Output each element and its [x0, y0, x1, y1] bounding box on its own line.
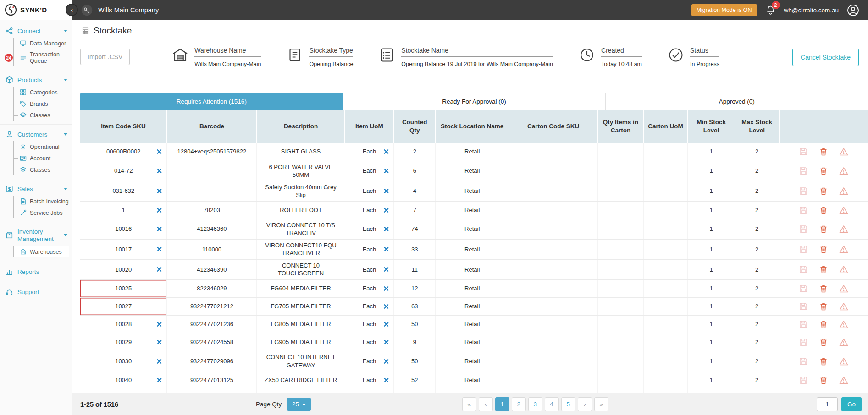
sidebar-item-classes[interactable]: Classes: [14, 164, 72, 175]
pagination-page-2[interactable]: 2: [512, 397, 526, 411]
clear-item-icon[interactable]: [157, 149, 162, 154]
clear-item-icon[interactable]: [157, 227, 162, 232]
actions-cell: [779, 239, 868, 259]
save-row-button[interactable]: [799, 376, 808, 385]
clear-item-icon[interactable]: [157, 339, 162, 344]
save-row-button[interactable]: [799, 166, 808, 175]
save-row-button[interactable]: [799, 224, 808, 234]
pagination-page-4[interactable]: 4: [545, 397, 559, 411]
save-row-button[interactable]: [799, 320, 808, 329]
clear-uom-icon[interactable]: [384, 339, 389, 344]
table-row: 100409322477013125ZX50 CARTRIDGE FILTERE…: [80, 371, 868, 389]
delete-row-button[interactable]: [819, 338, 828, 347]
delete-row-button[interactable]: [819, 265, 828, 274]
page-qty-select[interactable]: 25: [287, 398, 310, 411]
save-row-button[interactable]: [799, 245, 808, 254]
pagination-page-5[interactable]: 5: [561, 397, 575, 411]
save-row-button[interactable]: [799, 186, 808, 196]
sidebar-item-warehouses[interactable]: Warehouses: [14, 246, 69, 257]
delete-row-button[interactable]: [819, 376, 828, 385]
go-button[interactable]: Go: [841, 397, 862, 411]
save-row-button[interactable]: [799, 357, 808, 366]
tab-approved[interactable]: Approved (0): [605, 93, 868, 110]
page-number-input[interactable]: [817, 397, 838, 411]
pagination-next-button[interactable]: ›: [578, 397, 592, 411]
clear-uom-icon[interactable]: [384, 304, 389, 309]
sidebar-item-classes[interactable]: Classes: [14, 109, 72, 121]
delete-row-button[interactable]: [819, 302, 828, 311]
sidebar-item-sales[interactable]: Sales: [0, 182, 72, 196]
delete-row-button[interactable]: [819, 224, 828, 234]
clear-uom-icon[interactable]: [384, 149, 389, 154]
user-avatar-icon[interactable]: [846, 4, 860, 17]
sidebar-item-data-manager[interactable]: Data Manager: [14, 38, 72, 49]
sidebar-item-inventory-management[interactable]: Inventory Management: [0, 225, 72, 245]
delete-row-button[interactable]: [819, 284, 828, 293]
delete-row-button[interactable]: [819, 147, 828, 156]
sidebar-item-categories[interactable]: Categories: [14, 87, 72, 98]
notifications-button[interactable]: 2: [765, 5, 776, 16]
clear-item-icon[interactable]: [157, 247, 162, 252]
sidebar-item-transaction-queue[interactable]: 24Transaction Queue: [14, 49, 72, 66]
row-warning-icon: [839, 206, 848, 215]
sidebar-item-brands[interactable]: Brands: [14, 98, 72, 109]
clear-uom-icon[interactable]: [384, 208, 389, 213]
column-header-actions: [779, 110, 868, 143]
clear-uom-icon[interactable]: [384, 227, 389, 232]
tab-requires-attention[interactable]: Requires Attention (1516): [80, 93, 343, 110]
delete-row-button[interactable]: [819, 206, 828, 215]
stocktake-table: Item Code SKUBarcodeDescriptionItem UoMC…: [80, 110, 868, 393]
sidebar-item-operational[interactable]: Operational: [14, 141, 72, 153]
stocktake-name-field: Stocktake Name Opening Balance 19 Jul 20…: [379, 47, 553, 68]
sidebar-item-customers[interactable]: Customers: [0, 128, 72, 141]
clear-uom-icon[interactable]: [384, 359, 389, 364]
import-csv-button[interactable]: Import .CSV: [80, 49, 130, 65]
save-row-button[interactable]: [799, 147, 808, 156]
delete-row-button[interactable]: [819, 320, 828, 329]
clear-uom-icon[interactable]: [384, 169, 389, 174]
clear-uom-icon[interactable]: [384, 267, 389, 272]
stock-location-cell: Retail: [436, 297, 509, 315]
clear-item-icon[interactable]: [157, 359, 162, 364]
sidebar-item-support[interactable]: Support: [0, 285, 72, 299]
save-row-button[interactable]: [799, 284, 808, 293]
tab-ready-for-approval[interactable]: Ready For Approval (0): [343, 93, 606, 110]
pagination-first-button[interactable]: «: [462, 397, 476, 411]
delete-row-button[interactable]: [819, 166, 828, 175]
sidebar-item-batch-invoicing[interactable]: Batch Invoicing: [14, 196, 72, 207]
sidebar-item-service-jobs[interactable]: Service Jobs: [14, 207, 72, 218]
sidebar-item-reports[interactable]: Reports: [0, 265, 72, 278]
save-row-button[interactable]: [799, 206, 808, 215]
clear-item-icon[interactable]: [157, 169, 162, 174]
clear-item-icon[interactable]: [157, 267, 162, 272]
item-code-cell: 10041: [80, 389, 167, 393]
pagination-page-1[interactable]: 1: [495, 397, 509, 411]
pagination-page-3[interactable]: 3: [528, 397, 542, 411]
sidebar-item-account[interactable]: Account: [14, 153, 72, 164]
clear-item-icon[interactable]: [157, 208, 162, 213]
clear-uom-icon[interactable]: [384, 247, 389, 252]
carton-uom-cell: [643, 297, 687, 315]
save-row-button[interactable]: [799, 338, 808, 347]
clear-uom-icon[interactable]: [384, 189, 389, 194]
chevron-down-icon: [64, 79, 67, 81]
clear-item-icon[interactable]: [157, 189, 162, 194]
save-row-button[interactable]: [799, 265, 808, 274]
delete-row-button[interactable]: [819, 357, 828, 366]
item-uom-cell: Each: [345, 143, 394, 161]
company-selector[interactable]: Wills Main Company: [81, 4, 159, 16]
save-row-button[interactable]: [799, 302, 808, 311]
clear-uom-icon[interactable]: [384, 286, 389, 291]
pagination-prev-button[interactable]: ‹: [479, 397, 493, 411]
clear-uom-icon[interactable]: [384, 378, 389, 383]
clear-item-icon[interactable]: [157, 378, 162, 383]
clear-item-icon[interactable]: [157, 322, 162, 327]
pagination-last-button[interactable]: »: [594, 397, 608, 411]
delete-row-button[interactable]: [819, 245, 828, 254]
delete-row-button[interactable]: [819, 186, 828, 196]
sidebar-item-products[interactable]: Products: [0, 73, 72, 87]
clear-uom-icon[interactable]: [384, 322, 389, 327]
sidebar-item-connect[interactable]: Connect: [0, 24, 72, 38]
sidebar-collapse-button[interactable]: ‹: [66, 4, 78, 16]
cancel-stocktake-button[interactable]: Cancel Stocktake: [792, 49, 859, 66]
